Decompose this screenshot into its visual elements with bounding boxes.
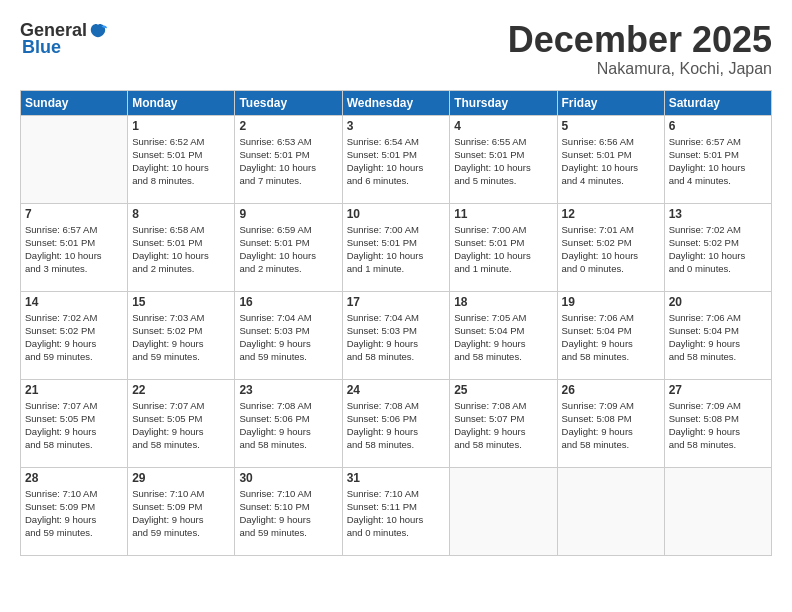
day-number: 5 xyxy=(562,119,660,133)
day-info: Sunrise: 7:10 AM Sunset: 5:10 PM Dayligh… xyxy=(239,487,337,540)
day-header-monday: Monday xyxy=(128,90,235,115)
calendar-cell xyxy=(21,115,128,203)
calendar-cell: 5Sunrise: 6:56 AM Sunset: 5:01 PM Daylig… xyxy=(557,115,664,203)
day-info: Sunrise: 7:09 AM Sunset: 5:08 PM Dayligh… xyxy=(669,399,767,452)
page: General Blue December 2025 Nakamura, Koc… xyxy=(0,0,792,612)
day-info: Sunrise: 7:06 AM Sunset: 5:04 PM Dayligh… xyxy=(562,311,660,364)
location: Nakamura, Kochi, Japan xyxy=(508,60,772,78)
day-number: 31 xyxy=(347,471,446,485)
day-number: 4 xyxy=(454,119,552,133)
day-info: Sunrise: 7:07 AM Sunset: 5:05 PM Dayligh… xyxy=(132,399,230,452)
day-number: 24 xyxy=(347,383,446,397)
calendar-cell: 11Sunrise: 7:00 AM Sunset: 5:01 PM Dayli… xyxy=(450,203,557,291)
calendar: SundayMondayTuesdayWednesdayThursdayFrid… xyxy=(20,90,772,556)
calendar-cell: 31Sunrise: 7:10 AM Sunset: 5:11 PM Dayli… xyxy=(342,467,450,555)
calendar-cell: 14Sunrise: 7:02 AM Sunset: 5:02 PM Dayli… xyxy=(21,291,128,379)
calendar-cell: 6Sunrise: 6:57 AM Sunset: 5:01 PM Daylig… xyxy=(664,115,771,203)
calendar-cell xyxy=(557,467,664,555)
day-number: 29 xyxy=(132,471,230,485)
day-number: 27 xyxy=(669,383,767,397)
day-info: Sunrise: 7:09 AM Sunset: 5:08 PM Dayligh… xyxy=(562,399,660,452)
day-header-tuesday: Tuesday xyxy=(235,90,342,115)
week-row-1: 7Sunrise: 6:57 AM Sunset: 5:01 PM Daylig… xyxy=(21,203,772,291)
week-row-0: 1Sunrise: 6:52 AM Sunset: 5:01 PM Daylig… xyxy=(21,115,772,203)
day-header-wednesday: Wednesday xyxy=(342,90,450,115)
day-info: Sunrise: 7:00 AM Sunset: 5:01 PM Dayligh… xyxy=(347,223,446,276)
calendar-cell: 9Sunrise: 6:59 AM Sunset: 5:01 PM Daylig… xyxy=(235,203,342,291)
calendar-cell: 29Sunrise: 7:10 AM Sunset: 5:09 PM Dayli… xyxy=(128,467,235,555)
day-number: 2 xyxy=(239,119,337,133)
calendar-cell: 24Sunrise: 7:08 AM Sunset: 5:06 PM Dayli… xyxy=(342,379,450,467)
day-number: 30 xyxy=(239,471,337,485)
calendar-cell: 20Sunrise: 7:06 AM Sunset: 5:04 PM Dayli… xyxy=(664,291,771,379)
week-row-3: 21Sunrise: 7:07 AM Sunset: 5:05 PM Dayli… xyxy=(21,379,772,467)
day-number: 26 xyxy=(562,383,660,397)
calendar-cell: 3Sunrise: 6:54 AM Sunset: 5:01 PM Daylig… xyxy=(342,115,450,203)
day-number: 12 xyxy=(562,207,660,221)
day-number: 19 xyxy=(562,295,660,309)
day-info: Sunrise: 7:05 AM Sunset: 5:04 PM Dayligh… xyxy=(454,311,552,364)
day-info: Sunrise: 6:59 AM Sunset: 5:01 PM Dayligh… xyxy=(239,223,337,276)
week-row-2: 14Sunrise: 7:02 AM Sunset: 5:02 PM Dayli… xyxy=(21,291,772,379)
day-info: Sunrise: 7:04 AM Sunset: 5:03 PM Dayligh… xyxy=(239,311,337,364)
day-number: 11 xyxy=(454,207,552,221)
day-number: 18 xyxy=(454,295,552,309)
day-header-thursday: Thursday xyxy=(450,90,557,115)
day-number: 20 xyxy=(669,295,767,309)
calendar-cell xyxy=(664,467,771,555)
day-info: Sunrise: 6:53 AM Sunset: 5:01 PM Dayligh… xyxy=(239,135,337,188)
calendar-cell: 7Sunrise: 6:57 AM Sunset: 5:01 PM Daylig… xyxy=(21,203,128,291)
calendar-cell: 25Sunrise: 7:08 AM Sunset: 5:07 PM Dayli… xyxy=(450,379,557,467)
calendar-cell: 28Sunrise: 7:10 AM Sunset: 5:09 PM Dayli… xyxy=(21,467,128,555)
day-info: Sunrise: 7:02 AM Sunset: 5:02 PM Dayligh… xyxy=(669,223,767,276)
day-info: Sunrise: 6:52 AM Sunset: 5:01 PM Dayligh… xyxy=(132,135,230,188)
day-header-friday: Friday xyxy=(557,90,664,115)
calendar-cell: 13Sunrise: 7:02 AM Sunset: 5:02 PM Dayli… xyxy=(664,203,771,291)
calendar-cell: 15Sunrise: 7:03 AM Sunset: 5:02 PM Dayli… xyxy=(128,291,235,379)
day-number: 25 xyxy=(454,383,552,397)
calendar-cell: 27Sunrise: 7:09 AM Sunset: 5:08 PM Dayli… xyxy=(664,379,771,467)
day-info: Sunrise: 7:08 AM Sunset: 5:06 PM Dayligh… xyxy=(239,399,337,452)
calendar-cell: 4Sunrise: 6:55 AM Sunset: 5:01 PM Daylig… xyxy=(450,115,557,203)
day-info: Sunrise: 7:08 AM Sunset: 5:06 PM Dayligh… xyxy=(347,399,446,452)
day-info: Sunrise: 7:10 AM Sunset: 5:09 PM Dayligh… xyxy=(25,487,123,540)
title-block: December 2025 Nakamura, Kochi, Japan xyxy=(508,20,772,78)
calendar-cell: 30Sunrise: 7:10 AM Sunset: 5:10 PM Dayli… xyxy=(235,467,342,555)
calendar-cell: 17Sunrise: 7:04 AM Sunset: 5:03 PM Dayli… xyxy=(342,291,450,379)
day-number: 17 xyxy=(347,295,446,309)
day-number: 3 xyxy=(347,119,446,133)
day-number: 23 xyxy=(239,383,337,397)
day-info: Sunrise: 6:58 AM Sunset: 5:01 PM Dayligh… xyxy=(132,223,230,276)
day-info: Sunrise: 6:55 AM Sunset: 5:01 PM Dayligh… xyxy=(454,135,552,188)
day-info: Sunrise: 7:00 AM Sunset: 5:01 PM Dayligh… xyxy=(454,223,552,276)
day-number: 21 xyxy=(25,383,123,397)
calendar-cell: 18Sunrise: 7:05 AM Sunset: 5:04 PM Dayli… xyxy=(450,291,557,379)
calendar-cell xyxy=(450,467,557,555)
day-number: 9 xyxy=(239,207,337,221)
calendar-cell: 23Sunrise: 7:08 AM Sunset: 5:06 PM Dayli… xyxy=(235,379,342,467)
day-number: 6 xyxy=(669,119,767,133)
calendar-cell: 12Sunrise: 7:01 AM Sunset: 5:02 PM Dayli… xyxy=(557,203,664,291)
day-number: 15 xyxy=(132,295,230,309)
calendar-cell: 21Sunrise: 7:07 AM Sunset: 5:05 PM Dayli… xyxy=(21,379,128,467)
day-info: Sunrise: 7:10 AM Sunset: 5:09 PM Dayligh… xyxy=(132,487,230,540)
day-number: 10 xyxy=(347,207,446,221)
week-row-4: 28Sunrise: 7:10 AM Sunset: 5:09 PM Dayli… xyxy=(21,467,772,555)
day-number: 16 xyxy=(239,295,337,309)
month-title: December 2025 xyxy=(508,20,772,60)
day-info: Sunrise: 7:06 AM Sunset: 5:04 PM Dayligh… xyxy=(669,311,767,364)
day-info: Sunrise: 7:07 AM Sunset: 5:05 PM Dayligh… xyxy=(25,399,123,452)
day-info: Sunrise: 6:56 AM Sunset: 5:01 PM Dayligh… xyxy=(562,135,660,188)
day-info: Sunrise: 7:08 AM Sunset: 5:07 PM Dayligh… xyxy=(454,399,552,452)
calendar-cell: 26Sunrise: 7:09 AM Sunset: 5:08 PM Dayli… xyxy=(557,379,664,467)
header: General Blue December 2025 Nakamura, Koc… xyxy=(20,20,772,78)
day-number: 28 xyxy=(25,471,123,485)
logo-bird-icon xyxy=(89,22,107,40)
day-info: Sunrise: 7:03 AM Sunset: 5:02 PM Dayligh… xyxy=(132,311,230,364)
calendar-header-row: SundayMondayTuesdayWednesdayThursdayFrid… xyxy=(21,90,772,115)
day-number: 13 xyxy=(669,207,767,221)
calendar-cell: 16Sunrise: 7:04 AM Sunset: 5:03 PM Dayli… xyxy=(235,291,342,379)
day-info: Sunrise: 7:04 AM Sunset: 5:03 PM Dayligh… xyxy=(347,311,446,364)
day-header-saturday: Saturday xyxy=(664,90,771,115)
logo: General Blue xyxy=(20,20,107,58)
